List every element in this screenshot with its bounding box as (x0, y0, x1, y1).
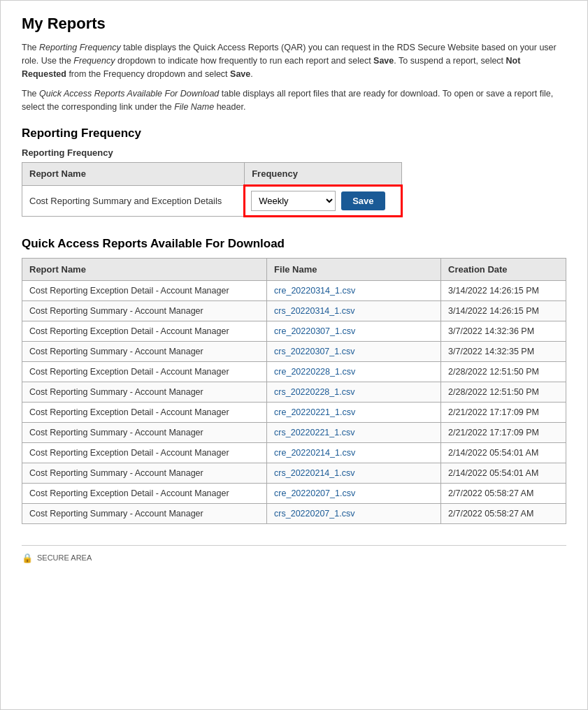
report-name-cell: Cost Reporting Exception Detail - Accoun… (22, 361, 267, 382)
footer-area: 🔒 SECURE AREA (22, 545, 566, 563)
reporting-frequency-sublabel: Reporting Frequency (22, 147, 566, 158)
qa-col-file-name: File Name (267, 258, 441, 280)
creation-date-cell: 2/28/2022 12:51:50 PM (441, 382, 566, 402)
qa-col-report-name: Report Name (22, 258, 267, 280)
creation-date-cell: 3/14/2022 14:26:15 PM (441, 280, 566, 300)
quick-access-table: Report Name File Name Creation Date Cost… (22, 258, 566, 524)
freq-row-frequency-cell: Not Requested Daily Weekly Monthly Save (245, 185, 402, 216)
creation-date-cell: 3/14/2022 14:26:15 PM (441, 300, 566, 321)
report-name-cell: Cost Reporting Exception Detail - Accoun… (22, 321, 267, 341)
qa-col-creation-date: Creation Date (441, 258, 566, 280)
file-name-link[interactable]: crs_20220228_1.csv (274, 387, 354, 397)
file-name-cell: cre_20220214_1.csv (267, 442, 441, 463)
table-row: Cost Reporting Exception Detail - Accoun… (22, 442, 566, 463)
report-name-cell: Cost Reporting Exception Detail - Accoun… (22, 402, 267, 422)
quick-access-title: Quick Access Reports Available For Downl… (22, 237, 566, 251)
file-name-cell: cre_20220221_1.csv (267, 402, 441, 422)
table-row: Cost Reporting Exception Detail - Accoun… (22, 402, 566, 422)
creation-date-cell: 2/21/2022 17:17:09 PM (441, 422, 566, 442)
freq-col-frequency: Frequency (245, 162, 402, 185)
report-name-cell: Cost Reporting Summary - Account Manager (22, 463, 267, 483)
file-name-link[interactable]: crs_20220214_1.csv (274, 468, 354, 478)
file-name-cell: crs_20220221_1.csv (267, 422, 441, 442)
frequency-dropdown[interactable]: Not Requested Daily Weekly Monthly (251, 191, 336, 211)
freq-row-report-name: Cost Reporting Summary and Exception Det… (22, 185, 245, 216)
file-name-link[interactable]: cre_20220214_1.csv (274, 448, 355, 458)
file-name-link[interactable]: cre_20220221_1.csv (274, 407, 355, 417)
creation-date-cell: 3/7/2022 14:32:35 PM (441, 341, 566, 361)
creation-date-cell: 2/7/2022 05:58:27 AM (441, 503, 566, 523)
file-name-link[interactable]: crs_20220221_1.csv (274, 428, 354, 437)
file-name-cell: crs_20220207_1.csv (267, 503, 441, 523)
file-name-cell: cre_20220307_1.csv (267, 321, 441, 341)
file-name-cell: cre_20220314_1.csv (267, 280, 441, 300)
table-row: Cost Reporting Summary - Account Manager… (22, 300, 566, 321)
creation-date-cell: 2/28/2022 12:51:50 PM (441, 361, 566, 382)
report-name-cell: Cost Reporting Summary - Account Manager (22, 341, 267, 361)
table-row: Cost Reporting Exception Detail - Accoun… (22, 483, 566, 503)
file-name-link[interactable]: crs_20220307_1.csv (274, 347, 354, 356)
file-name-link[interactable]: cre_20220207_1.csv (274, 488, 355, 498)
report-name-cell: Cost Reporting Summary - Account Manager (22, 422, 267, 442)
table-row: Cost Reporting Summary - Account Manager… (22, 341, 566, 361)
creation-date-cell: 2/21/2022 17:17:09 PM (441, 402, 566, 422)
file-name-link[interactable]: cre_20220314_1.csv (274, 286, 355, 296)
lock-icon: 🔒 (22, 553, 33, 563)
file-name-cell: crs_20220307_1.csv (267, 341, 441, 361)
file-name-link[interactable]: cre_20220228_1.csv (274, 367, 355, 377)
table-row: Cost Reporting Summary - Account Manager… (22, 382, 566, 402)
file-name-cell: cre_20220228_1.csv (267, 361, 441, 382)
creation-date-cell: 3/7/2022 14:32:36 PM (441, 321, 566, 341)
intro-para2: The Quick Access Reports Available For D… (22, 87, 566, 114)
report-name-cell: Cost Reporting Exception Detail - Accoun… (22, 280, 267, 300)
report-name-cell: Cost Reporting Exception Detail - Accoun… (22, 442, 267, 463)
file-name-cell: crs_20220214_1.csv (267, 463, 441, 483)
table-row: Cost Reporting Exception Detail - Accoun… (22, 361, 566, 382)
file-name-cell: cre_20220207_1.csv (267, 483, 441, 503)
report-name-cell: Cost Reporting Summary - Account Manager (22, 503, 267, 523)
save-button[interactable]: Save (341, 191, 385, 210)
file-name-link[interactable]: crs_20220314_1.csv (274, 306, 354, 316)
reporting-frequency-title: Reporting Frequency (22, 126, 566, 140)
table-row: Cost Reporting Exception Detail - Accoun… (22, 280, 566, 300)
table-row: Cost Reporting Exception Detail - Accoun… (22, 321, 566, 341)
footer-label: SECURE AREA (37, 553, 92, 562)
file-name-link[interactable]: crs_20220207_1.csv (274, 509, 354, 519)
intro-para1: The Reporting Frequency table displays t… (22, 41, 566, 80)
freq-col-report-name: Report Name (22, 162, 245, 185)
table-row: Cost Reporting Summary - Account Manager… (22, 422, 566, 442)
reporting-frequency-table: Report Name Frequency Cost Reporting Sum… (22, 162, 403, 217)
report-name-cell: Cost Reporting Summary - Account Manager (22, 382, 267, 402)
file-name-link[interactable]: cre_20220307_1.csv (274, 326, 355, 336)
report-name-cell: Cost Reporting Summary - Account Manager (22, 300, 267, 321)
table-row: Cost Reporting Summary - Account Manager… (22, 503, 566, 523)
table-row: Cost Reporting Summary - Account Manager… (22, 463, 566, 483)
page-wrapper: My Reports The Reporting Frequency table… (0, 0, 588, 710)
creation-date-cell: 2/14/2022 05:54:01 AM (441, 442, 566, 463)
creation-date-cell: 2/7/2022 05:58:27 AM (441, 483, 566, 503)
file-name-cell: crs_20220228_1.csv (267, 382, 441, 402)
creation-date-cell: 2/14/2022 05:54:01 AM (441, 463, 566, 483)
page-title: My Reports (22, 15, 566, 33)
report-name-cell: Cost Reporting Exception Detail - Accoun… (22, 483, 267, 503)
file-name-cell: crs_20220314_1.csv (267, 300, 441, 321)
